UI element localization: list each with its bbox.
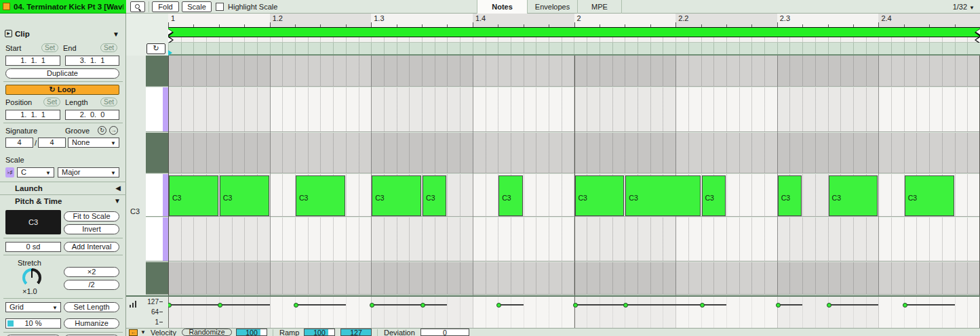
velocity-marker[interactable]	[294, 303, 298, 308]
velocity-marker[interactable]	[496, 303, 501, 308]
highlight-scale-checkbox[interactable]	[216, 3, 224, 11]
grid-division-select[interactable]: 1/32▼	[953, 0, 975, 14]
scale-accidentals-icon[interactable]: ♭♯	[5, 167, 14, 177]
scale-name-select[interactable]: Major▼	[58, 167, 119, 177]
velocity-stem[interactable]	[168, 304, 219, 306]
clip-collapse-icon[interactable]: ▼	[113, 30, 119, 38]
position-set-button[interactable]: Set	[43, 98, 60, 106]
ramp-to-slider[interactable]: 127	[340, 329, 372, 336]
velocity-marker[interactable]	[573, 303, 578, 308]
piano-key-black[interactable]	[146, 262, 168, 295]
fit-to-scale-button[interactable]: Fit to Scale	[64, 211, 119, 222]
transpose-display[interactable]: C3	[5, 210, 61, 234]
velocity-stem[interactable]	[701, 304, 726, 306]
clip-start-value[interactable]: 1. 1. 1	[5, 56, 60, 66]
groove-commit-icon[interactable]: ↻	[98, 126, 106, 135]
velocity-stem[interactable]	[904, 304, 955, 306]
set-length-button[interactable]: Set Length	[64, 302, 119, 312]
stretch-knob[interactable]	[22, 268, 41, 287]
velocity-marker[interactable]	[420, 303, 425, 308]
humanize-button[interactable]: Humanize	[64, 318, 119, 329]
chevron-down-icon[interactable]: ▼	[140, 329, 146, 335]
midi-note[interactable]: C3	[829, 175, 878, 216]
loop-brace[interactable]	[168, 27, 980, 37]
deviation-value[interactable]: 0	[420, 329, 469, 336]
piano-key-white[interactable]	[146, 174, 168, 217]
midi-note[interactable]: C3	[423, 175, 446, 216]
add-interval-button[interactable]: Add Interval	[64, 242, 119, 252]
randomize-button[interactable]: Randomize	[182, 329, 232, 336]
region-header[interactable]	[168, 43, 980, 56]
automation-toggle-button[interactable]: ←	[129, 329, 138, 336]
scrub-area[interactable]	[168, 37, 980, 43]
piano-key-white[interactable]	[146, 87, 168, 132]
invert-button[interactable]: Invert	[64, 224, 119, 234]
velocity-stem[interactable]	[371, 304, 422, 306]
clip-end-value[interactable]: 3. 1. 1	[65, 56, 119, 66]
velocity-marker[interactable]	[370, 303, 374, 308]
piano-keys[interactable]	[146, 56, 168, 295]
midi-note[interactable]: C3	[169, 175, 218, 216]
midi-note[interactable]: C3	[702, 175, 726, 216]
duplicate-button[interactable]: Duplicate	[5, 68, 119, 79]
fold-button[interactable]: Fold	[152, 1, 179, 12]
start-set-button[interactable]: Set	[41, 43, 58, 52]
loop-length-value[interactable]: 2. 0. 0	[65, 110, 119, 120]
velocity-stem[interactable]	[777, 304, 802, 306]
velocity-stem[interactable]	[828, 304, 879, 306]
scale-root-select[interactable]: C▼	[17, 167, 54, 177]
scale-button[interactable]: Scale	[182, 1, 212, 12]
tab-notes[interactable]: Notes	[477, 0, 527, 14]
end-set-button[interactable]: Set	[100, 43, 117, 52]
velocity-marker[interactable]	[827, 303, 831, 308]
loop-indicator-button[interactable]: ↻	[146, 43, 165, 54]
launch-section-header[interactable]: Launch ◀	[0, 182, 126, 194]
interval-value[interactable]: 0 sd	[5, 242, 61, 252]
clip-activator-icon[interactable]: ▶	[5, 30, 12, 37]
length-set-button[interactable]: Set	[100, 98, 117, 106]
midi-note[interactable]: C3	[220, 175, 269, 216]
midi-note[interactable]: C3	[905, 175, 954, 216]
tab-mpe[interactable]: MPE	[577, 0, 622, 14]
pitch-time-section-header[interactable]: Pitch & Time ▼	[0, 194, 126, 207]
note-grid[interactable]: C3C3C3C3C3C3C3C3C3C3C3C3	[168, 56, 980, 295]
piano-key-black[interactable]	[146, 133, 168, 173]
velocity-stem[interactable]	[295, 304, 346, 306]
tab-envelopes[interactable]: Envelopes	[527, 0, 577, 14]
signature-numerator[interactable]: 4	[5, 138, 33, 148]
velocity-marker[interactable]	[218, 303, 222, 308]
signature-denominator[interactable]: 4	[38, 138, 66, 148]
velocity-stem[interactable]	[498, 304, 523, 306]
loop-button[interactable]: ↻ Loop	[5, 85, 119, 95]
velocity-stem[interactable]	[422, 304, 447, 306]
clip-title-bar[interactable]: 04. Terminator Kick Pt 3 [WavK	[0, 0, 126, 14]
search-button[interactable]	[130, 1, 145, 12]
ramp-from-slider[interactable]: 100	[304, 329, 335, 336]
piano-key-black[interactable]	[146, 56, 168, 87]
velocity-stem[interactable]	[574, 304, 625, 306]
loop-position-value[interactable]: 1. 1. 1	[5, 110, 60, 120]
midi-note[interactable]: C3	[575, 175, 625, 216]
humanize-amount[interactable]: 10 %	[5, 318, 61, 329]
stretch-x2-button[interactable]: ×2	[64, 267, 119, 277]
groove-select[interactable]: None▼	[68, 138, 119, 148]
velocity-marker[interactable]	[903, 303, 907, 308]
velocity-stem[interactable]	[219, 304, 270, 306]
piano-key-white[interactable]	[146, 217, 168, 261]
chevron-down-icon[interactable]: ▼	[114, 197, 121, 205]
midi-note[interactable]: C3	[498, 175, 522, 216]
stretch-div2-button[interactable]: /2	[64, 280, 119, 290]
velocity-marker[interactable]	[776, 303, 781, 308]
velocity-lane[interactable]	[168, 295, 980, 328]
groove-apply-icon[interactable]: →	[109, 126, 118, 135]
midi-note[interactable]: C3	[372, 175, 421, 216]
clip-color-swatch[interactable]	[3, 3, 10, 10]
grid-select[interactable]: Grid▼	[5, 302, 61, 312]
randomize-amount-slider[interactable]: 100	[236, 329, 267, 336]
collapse-left-icon[interactable]: ◀	[115, 184, 121, 192]
midi-note[interactable]: C3	[778, 175, 802, 216]
midi-note[interactable]: C3	[625, 175, 700, 216]
velocity-marker[interactable]	[700, 303, 705, 308]
midi-note[interactable]: C3	[296, 175, 345, 216]
beat-time-ruler[interactable]: 11.21.31.422.22.32.4	[168, 14, 980, 27]
